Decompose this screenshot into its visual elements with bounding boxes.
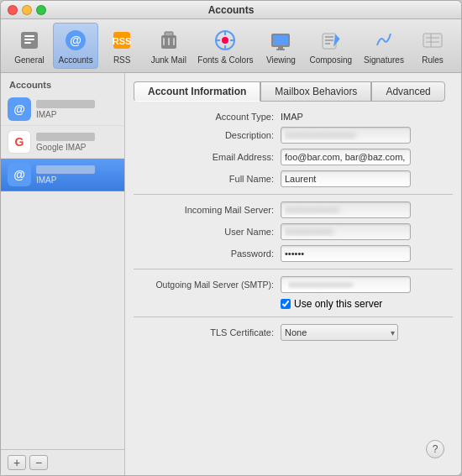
tab-advanced[interactable]: Advanced bbox=[371, 81, 444, 102]
viewing-icon bbox=[267, 27, 294, 54]
composing-label: Composing bbox=[309, 55, 352, 65]
viewing-label: Viewing bbox=[266, 55, 296, 65]
incoming-server-input[interactable] bbox=[281, 201, 411, 218]
smtp-row: Outgoing Mail Server (SMTP): •••••••••••… bbox=[134, 276, 453, 293]
svg-rect-10 bbox=[163, 38, 165, 45]
toolbar-junk[interactable]: Junk Mail bbox=[145, 23, 192, 69]
svg-rect-21 bbox=[278, 47, 283, 49]
tab-account-info[interactable]: Account Information bbox=[134, 81, 260, 102]
svg-point-14 bbox=[222, 37, 228, 44]
sidebar-item-account3[interactable]: @ IMAP bbox=[1, 159, 124, 191]
tab-mailbox-behaviors[interactable]: Mailbox Behaviors bbox=[260, 81, 371, 102]
incoming-server-label: Incoming Mail Server: bbox=[134, 205, 281, 215]
smtp-wrapper: •••••••••••••••••••• bbox=[281, 276, 411, 293]
toolbar-accounts[interactable]: @ Accounts bbox=[53, 23, 98, 69]
email-label: Email Address: bbox=[134, 152, 281, 162]
help-button[interactable]: ? bbox=[426, 440, 444, 458]
junk-icon bbox=[155, 27, 182, 54]
account-type-value: IMAP bbox=[281, 112, 303, 122]
junk-label: Junk Mail bbox=[151, 55, 186, 65]
toolbar-signatures[interactable]: Signatures bbox=[359, 23, 409, 69]
password-input[interactable] bbox=[281, 245, 411, 262]
tls-label: TLS Certificate: bbox=[134, 327, 281, 337]
minimize-button[interactable] bbox=[22, 5, 32, 15]
username-row: User Name: bbox=[134, 223, 453, 240]
toolbar-rules[interactable]: Rules bbox=[411, 23, 454, 69]
tls-row: TLS Certificate: None Let Mail choose Cu… bbox=[134, 324, 453, 341]
svg-rect-20 bbox=[273, 35, 288, 45]
email-input[interactable] bbox=[281, 149, 411, 165]
toolbar-fonts[interactable]: Fonts & Colors bbox=[193, 23, 257, 69]
rss-label: RSS bbox=[113, 55, 131, 65]
account3-info: IMAP bbox=[36, 165, 95, 185]
rss-icon: RSS bbox=[108, 27, 135, 54]
maximize-button[interactable] bbox=[36, 5, 46, 15]
full-name-row: Full Name: bbox=[134, 170, 453, 187]
remove-account-button[interactable]: − bbox=[29, 455, 48, 470]
close-button[interactable] bbox=[8, 5, 18, 15]
account-type-row: Account Type: IMAP bbox=[134, 112, 453, 122]
svg-rect-22 bbox=[276, 49, 285, 50]
fonts-icon bbox=[212, 27, 239, 54]
username-label: User Name: bbox=[134, 227, 281, 237]
tls-select-wrapper: None Let Mail choose Custom... bbox=[281, 324, 398, 341]
add-account-button[interactable]: + bbox=[8, 455, 26, 470]
svg-rect-1 bbox=[24, 35, 34, 37]
account1-info: IMAP bbox=[36, 100, 95, 119]
sidebar-item-account2[interactable]: G Google IMAP bbox=[1, 126, 124, 159]
account2-type: Google IMAP bbox=[36, 143, 95, 152]
account3-name bbox=[36, 165, 95, 174]
accounts-label: Accounts bbox=[59, 55, 93, 65]
main-window: Accounts General @ Accounts bbox=[0, 0, 462, 476]
general-label: General bbox=[14, 55, 45, 65]
account-type-label: Account Type: bbox=[134, 112, 281, 122]
divider1 bbox=[134, 194, 453, 195]
fonts-label: Fonts & Colors bbox=[197, 55, 253, 65]
account3-type: IMAP bbox=[36, 175, 95, 185]
svg-rect-29 bbox=[423, 34, 442, 47]
toolbar-viewing[interactable]: Viewing bbox=[259, 23, 302, 69]
svg-text:@: @ bbox=[70, 34, 81, 47]
account2-info: Google IMAP bbox=[36, 133, 95, 152]
svg-rect-3 bbox=[24, 42, 31, 44]
bottom-bar: ? bbox=[134, 442, 453, 467]
use-only-checkbox[interactable] bbox=[281, 299, 291, 309]
toolbar: General @ Accounts RSS RSS bbox=[1, 19, 461, 73]
tls-select[interactable]: None Let Mail choose Custom... bbox=[281, 324, 398, 341]
svg-rect-9 bbox=[165, 32, 173, 36]
main-panel: Account Information Mailbox Behaviors Ad… bbox=[125, 73, 461, 475]
svg-rect-2 bbox=[24, 39, 34, 40]
description-row: Description: bbox=[134, 127, 453, 144]
divider3 bbox=[134, 316, 453, 317]
window-title: Accounts bbox=[208, 4, 255, 16]
description-label: Description: bbox=[134, 130, 281, 140]
username-input[interactable] bbox=[281, 223, 411, 240]
password-label: Password: bbox=[134, 248, 281, 259]
traffic-lights bbox=[8, 5, 46, 15]
smtp-select[interactable]: •••••••••••••••••••• bbox=[281, 276, 411, 293]
tab-bar: Account Information Mailbox Behaviors Ad… bbox=[134, 81, 453, 102]
use-only-label: Use only this server bbox=[294, 298, 382, 310]
full-name-label: Full Name: bbox=[134, 174, 281, 184]
svg-rect-12 bbox=[173, 38, 175, 45]
account3-icon: @ bbox=[8, 163, 31, 186]
full-name-input[interactable] bbox=[281, 170, 411, 187]
sidebar-item-account1[interactable]: @ IMAP bbox=[1, 93, 124, 126]
divider2 bbox=[134, 269, 453, 269]
svg-rect-11 bbox=[168, 38, 170, 45]
account2-name bbox=[36, 133, 95, 141]
content-area: Accounts @ IMAP G Google IMAP bbox=[1, 73, 461, 475]
description-input[interactable] bbox=[281, 127, 411, 144]
rules-icon bbox=[419, 27, 446, 54]
use-only-row: Use only this server bbox=[134, 298, 453, 310]
composing-icon bbox=[318, 27, 344, 54]
toolbar-general[interactable]: General bbox=[8, 23, 51, 69]
toolbar-rss[interactable]: RSS RSS bbox=[100, 23, 144, 69]
toolbar-composing[interactable]: Composing bbox=[304, 23, 356, 69]
signatures-icon bbox=[370, 27, 397, 54]
svg-rect-23 bbox=[323, 34, 336, 49]
sidebar-header: Accounts bbox=[1, 73, 124, 93]
account1-icon: @ bbox=[8, 97, 31, 121]
account1-name bbox=[36, 100, 95, 108]
smtp-label: Outgoing Mail Server (SMTP): bbox=[134, 280, 281, 290]
